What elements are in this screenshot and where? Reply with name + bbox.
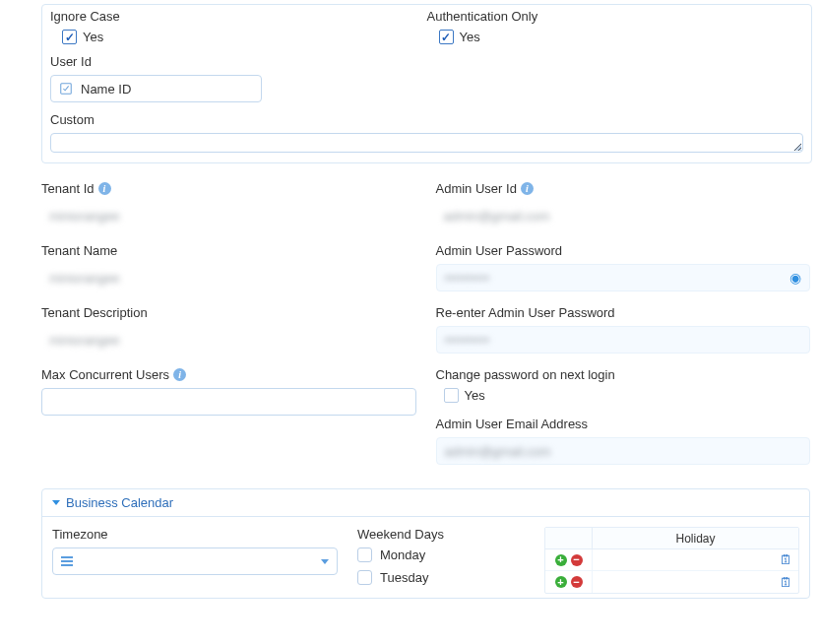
caret-down-icon — [52, 500, 60, 505]
change-pw-yes: Yes — [465, 388, 485, 403]
timezone-label: Timezone — [52, 527, 338, 542]
admin-repassword-input[interactable]: •••••••••• — [436, 326, 811, 354]
business-calendar-section: Business Calendar Timezone Weekend Days … — [41, 488, 810, 599]
add-holiday-button[interactable]: + — [555, 576, 567, 588]
add-holiday-button[interactable]: + — [555, 554, 567, 566]
remove-holiday-button[interactable]: − — [571, 576, 583, 588]
weekend-tuesday-checkbox[interactable] — [357, 570, 372, 585]
list-icon — [61, 556, 73, 566]
admin-password-label: Admin User Password — [436, 243, 811, 258]
holiday-row: + − 🗓 — [545, 549, 798, 571]
remove-holiday-button[interactable]: − — [571, 554, 583, 566]
auth-only-checkbox[interactable] — [439, 30, 454, 44]
chevron-down-icon — [321, 559, 329, 564]
tenant-name-label: Tenant Name — [41, 243, 416, 258]
user-id-input-wrap[interactable] — [50, 75, 262, 102]
holiday-date-cell[interactable]: 🗓 — [593, 571, 798, 593]
custom-label: Custom — [50, 112, 803, 127]
ignore-case-checkbox[interactable] — [62, 30, 77, 44]
calendar-icon[interactable]: 🗓 — [780, 552, 792, 567]
tenant-name-value: miniorangee — [41, 264, 416, 291]
weekend-monday-label: Monday — [380, 547, 425, 562]
holiday-header: Holiday — [593, 528, 798, 548]
tenant-desc-value: miniorangee — [41, 326, 416, 354]
max-users-label: Max Concurrent Users i — [41, 367, 416, 382]
admin-user-id-label: Admin User Id i — [436, 181, 811, 196]
ignore-case-yes: Yes — [83, 30, 103, 44]
weekend-monday-checkbox[interactable] — [357, 547, 372, 562]
business-calendar-title: Business Calendar — [66, 495, 173, 510]
weekend-tuesday-label: Tuesday — [380, 570, 428, 585]
user-id-label: User Id — [50, 54, 803, 69]
tenant-id-value: miniorangee — [41, 202, 416, 229]
custom-textarea[interactable] — [50, 133, 803, 153]
holiday-table: Holiday + − 🗓 + − — [544, 527, 799, 594]
weekend-days-label: Weekend Days — [357, 527, 525, 542]
business-calendar-header[interactable]: Business Calendar — [42, 489, 809, 517]
max-users-input[interactable] — [41, 388, 416, 416]
holiday-date-cell[interactable]: 🗓 — [593, 549, 798, 570]
user-id-input[interactable] — [79, 81, 253, 97]
info-icon[interactable]: i — [173, 368, 186, 381]
info-icon[interactable]: i — [521, 182, 534, 195]
ignore-case-label: Ignore Case — [50, 9, 419, 24]
admin-user-id-value: admin@gmail.com — [436, 202, 811, 229]
holiday-row: + − 🗓 — [545, 571, 798, 593]
admin-repassword-label: Re-enter Admin User Password — [436, 305, 811, 320]
change-pw-checkbox[interactable] — [444, 388, 459, 403]
tenant-desc-label: Tenant Description — [41, 305, 416, 320]
info-icon[interactable]: i — [98, 182, 111, 195]
calendar-icon[interactable]: 🗓 — [780, 575, 792, 590]
auth-options-panel: Ignore Case Yes Authentication Only Yes … — [41, 4, 812, 163]
edit-icon — [59, 82, 73, 96]
timezone-select[interactable] — [52, 547, 338, 575]
admin-email-label: Admin User Email Address — [436, 417, 811, 431]
tenant-id-label: Tenant Id i — [41, 181, 416, 196]
change-pw-label: Change password on next login — [436, 367, 811, 382]
admin-password-input[interactable]: •••••••••• ◉ — [436, 264, 811, 291]
eye-icon[interactable]: ◉ — [789, 270, 801, 286]
auth-only-label: Authentication Only — [427, 9, 796, 24]
auth-only-yes: Yes — [460, 30, 480, 44]
admin-email-input[interactable]: admin@gmail.com — [436, 437, 811, 465]
